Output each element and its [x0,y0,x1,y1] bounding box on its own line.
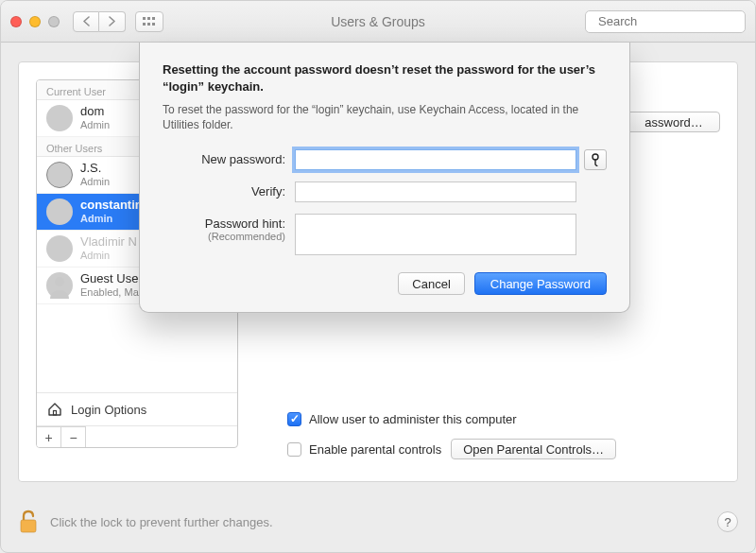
avatar [46,272,73,299]
key-icon [590,153,601,166]
avatar [46,105,73,131]
house-icon [46,401,63,418]
chevron-right-icon [108,16,116,26]
grid-icon [143,17,156,26]
search-field[interactable] [585,10,746,33]
user-role: Admin [80,213,143,225]
help-button[interactable]: ? [717,511,738,532]
user-role: Admin [80,176,110,188]
svg-rect-5 [152,23,155,26]
open-parental-controls-button[interactable]: Open Parental Controls… [451,439,616,459]
user-name: dom [80,105,110,119]
svg-rect-1 [147,17,150,20]
zoom-window-button[interactable] [48,16,60,27]
password-assistant-button[interactable] [584,149,607,170]
svg-rect-2 [152,17,155,20]
hint-label: Password hint: (Recommended) [163,214,295,242]
new-password-input[interactable] [295,149,576,170]
lock-row: Click the lock to prevent further change… [18,509,738,535]
close-window-button[interactable] [10,16,22,27]
change-password-button[interactable]: Change Password [474,272,607,295]
parental-checkbox-row: Enable parental controls [287,437,441,461]
chevron-left-icon [82,16,91,26]
back-button[interactable] [73,11,99,32]
svg-point-8 [55,277,64,286]
svg-rect-0 [143,17,146,20]
remove-user-button[interactable]: − [61,426,86,447]
sidebar-spacer [37,304,237,393]
cancel-button[interactable]: Cancel [398,272,464,295]
search-input[interactable] [596,13,756,29]
avatar [46,162,73,188]
verify-label: Verify: [163,181,295,199]
add-remove-buttons: + − [37,426,237,447]
reset-password-sheet: Resetting the account password doesn’t r… [139,43,630,313]
parental-checkbox-label: Enable parental controls [309,442,441,457]
lock-text: Click the lock to prevent further change… [50,515,273,529]
login-options-label: Login Options [71,403,146,417]
forward-button[interactable] [99,11,126,32]
sheet-description: To reset the password for the “login” ke… [163,102,607,132]
svg-rect-4 [147,23,150,26]
parental-checkbox[interactable] [287,442,301,457]
nav-buttons [73,11,126,32]
verify-password-input[interactable] [295,181,576,202]
svg-rect-10 [21,520,36,532]
user-name: Vladimir N [80,235,137,250]
svg-rect-3 [143,23,146,26]
admin-checkbox-label: Allow user to administer this computer [309,412,517,426]
password-hint-input[interactable] [295,214,576,255]
login-options-row[interactable]: Login Options [37,393,237,426]
show-all-button[interactable] [135,11,163,32]
avatar [46,199,73,225]
avatar [46,235,73,262]
sheet-actions: Cancel Change Password [163,272,607,295]
user-name: J.S. [80,162,110,176]
svg-point-11 [593,154,598,160]
user-role: Admin [80,250,137,262]
window-controls [10,16,60,27]
question-mark-icon: ? [724,515,730,529]
minimize-window-button[interactable] [29,16,41,27]
add-user-button[interactable]: + [37,426,61,447]
titlebar: Users & Groups [1,1,755,43]
admin-checkbox[interactable] [287,412,301,426]
admin-checkbox-row: Allow user to administer this computer [287,406,616,431]
user-role: Admin [80,119,110,131]
user-name: constantin [80,199,143,213]
lock-open-icon[interactable] [18,509,39,535]
person-icon [46,272,73,299]
sheet-heading: Resetting the account password doesn’t r… [163,61,607,95]
reset-password-button[interactable]: assword… [626,112,720,132]
new-password-label: New password: [163,149,295,166]
